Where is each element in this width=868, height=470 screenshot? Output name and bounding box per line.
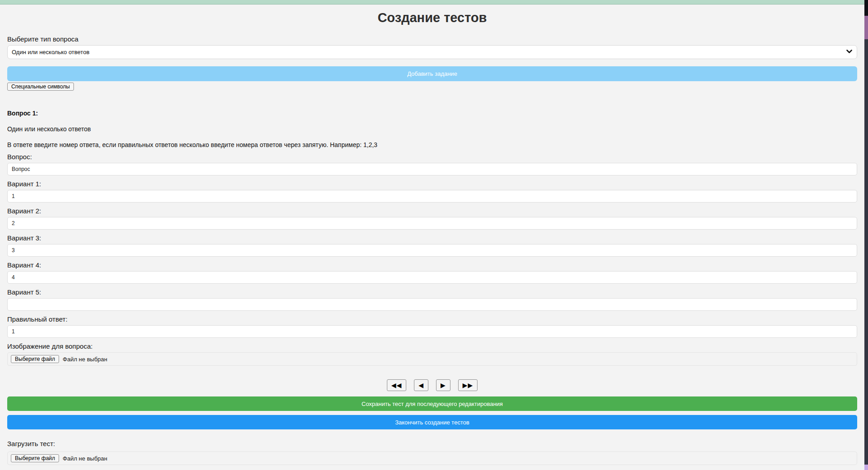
variant-5-input[interactable] <box>7 298 857 311</box>
page-scrollbar[interactable] <box>864 0 868 470</box>
upload-test-file-status: Файл не выбран <box>63 455 107 462</box>
question-image-file-input[interactable]: Выберите файл Файл не выбран <box>7 352 857 366</box>
previous-question-button[interactable]: ◀ <box>414 379 428 391</box>
variant-2-input[interactable] <box>7 217 857 230</box>
variant-4-input[interactable] <box>7 271 857 284</box>
variant-2-label: Вариант 2: <box>7 207 857 215</box>
question-text-input[interactable] <box>7 163 857 175</box>
question-type-select-wrap: Один или несколько ответов <box>7 45 857 59</box>
variant-5-field-group: Вариант 5: <box>7 288 857 311</box>
last-question-button[interactable]: ▶▶ <box>458 379 478 391</box>
correct-answer-label: Правильный ответ: <box>7 315 857 323</box>
correct-answer-input[interactable] <box>7 325 857 338</box>
scrollbar-thumb[interactable] <box>864 16 868 39</box>
question-image-choose-file-button[interactable]: Выберите файл <box>11 355 59 363</box>
first-question-button[interactable]: ◀◀ <box>387 379 407 391</box>
question-type-select[interactable]: Один или несколько ответов <box>7 45 857 59</box>
top-accent-bar <box>0 0 864 5</box>
variant-1-field-group: Вариант 1: <box>7 180 857 203</box>
variant-2-field-group: Вариант 2: <box>7 207 857 230</box>
upload-test-choose-file-button[interactable]: Выберите файл <box>11 454 59 462</box>
variant-1-input[interactable] <box>7 190 857 203</box>
question-number-heading: Вопрос 1: <box>7 110 857 117</box>
answer-instruction-text: В ответе введите номер ответа, если прав… <box>7 141 857 148</box>
test-builder-page: Создание тестов Выберите тип вопроса Оди… <box>0 10 864 465</box>
variant-5-label: Вариант 5: <box>7 288 857 296</box>
question-type-text: Один или несколько ответов <box>7 125 857 133</box>
question-pagination: ◀◀ ◀ ▶ ▶▶ <box>7 379 857 391</box>
question-image-label: Изображение для вопроса: <box>7 342 857 350</box>
question-text-label: Вопрос: <box>7 153 857 161</box>
question-fields: Вопрос: Вариант 1: Вариант 2: Вариант 3:… <box>7 153 857 338</box>
variant-4-label: Вариант 4: <box>7 261 857 269</box>
page-title: Создание тестов <box>7 10 857 25</box>
scrollbar-bottom-cap <box>864 465 868 470</box>
finish-test-button[interactable]: Закончить создание тестов <box>7 415 857 429</box>
scrollbar-top-cap <box>864 0 868 16</box>
variant-1-label: Вариант 1: <box>7 180 857 188</box>
variant-4-field-group: Вариант 4: <box>7 261 857 284</box>
question-text-field-group: Вопрос: <box>7 153 857 175</box>
upload-test-file-input[interactable]: Выберите файл Файл не выбран <box>7 452 857 465</box>
correct-answer-field-group: Правильный ответ: <box>7 315 857 338</box>
question-image-file-status: Файл не выбран <box>63 356 107 363</box>
next-question-button[interactable]: ▶ <box>436 379 450 391</box>
question-type-label: Выберите тип вопроса <box>7 35 857 43</box>
special-symbols-button[interactable]: Специальные символы <box>7 83 74 91</box>
variant-3-input[interactable] <box>7 244 857 257</box>
upload-test-label: Загрузить тест: <box>7 440 857 447</box>
variant-3-field-group: Вариант 3: <box>7 234 857 257</box>
variant-3-label: Вариант 3: <box>7 234 857 242</box>
save-test-button[interactable]: Сохранить тест для последующего редактир… <box>7 396 857 411</box>
add-task-button[interactable]: Добавить задание <box>7 66 857 81</box>
